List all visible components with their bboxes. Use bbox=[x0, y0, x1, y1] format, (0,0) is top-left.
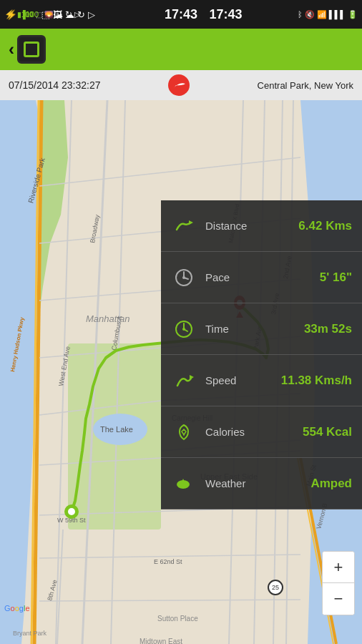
status-time: 17:43 bbox=[210, 7, 243, 22]
stat-row-calories: Calories 554 Kcal bbox=[161, 406, 362, 458]
weather-value: Amped bbox=[310, 477, 352, 491]
pace-icon bbox=[171, 265, 197, 291]
stat-row-speed: Speed 11.38 Kms/h bbox=[161, 355, 362, 406]
nike-logo bbox=[168, 74, 190, 96]
app-logo bbox=[17, 35, 46, 64]
stat-row-distance: Distance 6.42 Kms bbox=[161, 200, 362, 252]
stats-panel: Distance 6.42 Kms Pace 5' 16" bbox=[161, 200, 362, 509]
run-info-bar: 07/15/2014 23:32:27 Central Park, New Yo… bbox=[0, 70, 362, 100]
zoom-in-button[interactable]: + bbox=[323, 552, 354, 583]
time-value: 33m 52s bbox=[304, 322, 352, 336]
usb-icon: ⚡ bbox=[6, 9, 17, 20]
pace-label: Pace bbox=[205, 271, 311, 283]
run-datetime: 07/15/2014 23:32:27 bbox=[9, 79, 100, 91]
weather-icon bbox=[171, 471, 197, 497]
svg-text:Bryant Park: Bryant Park bbox=[13, 630, 47, 637]
battery-icon: ▐100 bbox=[20, 10, 39, 19]
time-label: Time bbox=[205, 323, 295, 335]
status-bar: ⚡ ▐100 ⬚ 🖼 ☁ ↻ ▷ 17:43 bbox=[0, 0, 362, 29]
svg-text:E 62nd St: E 62nd St bbox=[154, 558, 182, 565]
svg-text:Sutton Place: Sutton Place bbox=[157, 615, 198, 623]
svg-point-52 bbox=[68, 508, 75, 515]
road-badge: 25 bbox=[268, 580, 283, 595]
weather-label: Weather bbox=[205, 477, 302, 489]
speed-label: Speed bbox=[205, 374, 273, 386]
zoom-out-button[interactable]: − bbox=[323, 583, 354, 615]
svg-text:Midtown East: Midtown East bbox=[140, 638, 182, 644]
svg-point-64 bbox=[182, 328, 185, 331]
svg-point-60 bbox=[182, 276, 185, 279]
app-logo-inner bbox=[24, 42, 39, 57]
cloud-icon: ☁ bbox=[65, 9, 74, 20]
stat-row-pace: Pace 5' 16" bbox=[161, 252, 362, 303]
play-icon: ▷ bbox=[88, 9, 95, 20]
back-arrow-icon[interactable]: ‹ bbox=[9, 39, 14, 59]
refresh-icon: ↻ bbox=[77, 9, 85, 20]
speed-value: 11.38 Kms/h bbox=[281, 374, 352, 388]
speed-icon bbox=[171, 368, 197, 394]
svg-text:Manhattan: Manhattan bbox=[86, 313, 129, 324]
calories-label: Calories bbox=[205, 426, 294, 438]
svg-marker-56 bbox=[189, 220, 193, 225]
time-icon bbox=[171, 316, 197, 342]
distance-value: 6.42 Kms bbox=[298, 219, 352, 233]
stat-row-time: Time 33m 52s bbox=[161, 303, 362, 355]
media-icon: ⬚ bbox=[41, 9, 50, 20]
calories-value: 554 Kcal bbox=[303, 425, 352, 439]
calories-icon bbox=[171, 419, 197, 445]
image-icon: 🖼 bbox=[53, 9, 62, 20]
app-header: ‹ bbox=[0, 29, 362, 70]
run-location: Central Park, New York bbox=[258, 80, 353, 91]
map-container: The Lake Riverside Park Manhattan Carneg… bbox=[0, 100, 362, 644]
pace-value: 5' 16" bbox=[320, 270, 352, 285]
status-icons-left: ⚡ ▐100 ⬚ 🖼 ☁ ↻ ▷ bbox=[6, 9, 95, 20]
svg-text:The Lake: The Lake bbox=[100, 425, 133, 434]
zoom-controls: + − bbox=[322, 551, 355, 615]
stat-row-weather: Weather Amped bbox=[161, 458, 362, 509]
distance-label: Distance bbox=[205, 220, 290, 232]
distance-icon bbox=[171, 213, 197, 239]
google-logo: Google bbox=[4, 604, 30, 613]
